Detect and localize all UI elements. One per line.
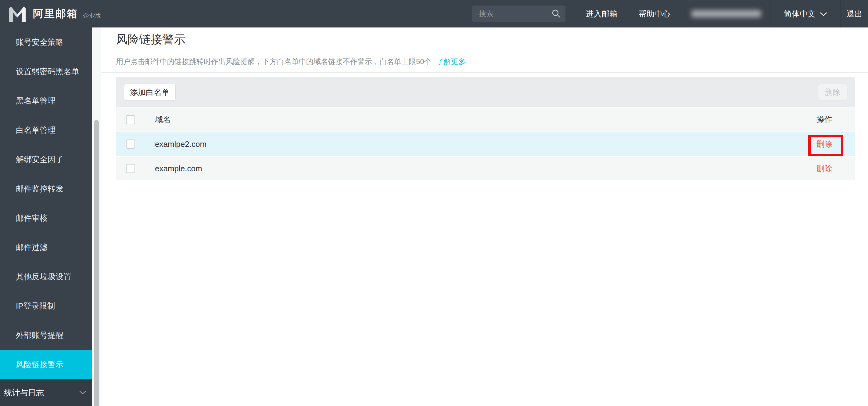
sidebar-item-mail-filter[interactable]: 邮件过滤 xyxy=(0,233,92,262)
domain-cell: examlpe2.com xyxy=(155,140,207,149)
delete-button-disabled[interactable]: 删除 xyxy=(818,84,847,100)
sidebar-item-label: 其他反垃圾设置 xyxy=(16,271,71,282)
sidebar-item-label: 邮件审核 xyxy=(16,213,48,224)
sidebar-item-label: 黑名单管理 xyxy=(16,95,56,106)
menu-enter-mailbox-label: 进入邮箱 xyxy=(586,8,618,19)
alimail-logo-icon xyxy=(8,5,27,22)
sidebar-item-label: IP登录限制 xyxy=(16,301,55,311)
sidebar-item-blacklist-management[interactable]: 黑名单管理 xyxy=(0,86,92,115)
column-header-domain: 域名 xyxy=(155,114,171,125)
sidebar-item-label: 邮件过滤 xyxy=(16,242,48,253)
sidebar-item-weak-password-blacklist[interactable]: 设置弱密码黑名单 xyxy=(0,57,92,86)
brand-logo[interactable]: 阿里邮箱 企业版 xyxy=(8,0,101,27)
delete-link[interactable]: 删除 xyxy=(816,164,832,173)
sidebar-item-label: 账号安全策略 xyxy=(16,37,63,48)
table-header-row: 域名 操作 xyxy=(116,108,855,132)
sidebar-item-risk-link-warning[interactable]: 风险链接警示 xyxy=(0,350,92,379)
menu-help-center[interactable]: 帮助中心 xyxy=(627,0,682,27)
page-description-text: 用户点击邮件中的链接跳转时作出风险提醒，下方白名单中的域名链接不作警示，白名单上… xyxy=(116,57,432,66)
sidebar-scrollbar-thumb[interactable] xyxy=(94,120,99,406)
row-checkbox[interactable] xyxy=(126,164,135,173)
brand-title: 阿里邮箱 xyxy=(33,7,78,21)
domain-cell: example.com xyxy=(155,164,202,173)
whitelist-table: 添加白名单 删除 域名 操作 examlpe2.com 删除 example.c… xyxy=(116,77,855,180)
sidebar-item-ip-login-limit[interactable]: IP登录限制 xyxy=(0,291,92,321)
column-header-action: 操作 xyxy=(810,114,838,125)
sidebar-item-label: 外部账号提醒 xyxy=(16,330,63,341)
menu-logout-label: 退出 xyxy=(847,8,863,19)
sidebar-item-label: 设置弱密码黑名单 xyxy=(16,66,79,77)
main-content: 风险链接警示 用户点击邮件中的链接跳转时作出风险提醒，下方白名单中的域名链接不作… xyxy=(101,27,868,406)
menu-language-label: 简体中文 xyxy=(784,8,815,19)
sidebar-item-mail-review[interactable]: 邮件审核 xyxy=(0,203,92,233)
sidebar-item-account-security-policy[interactable]: 账号安全策略 xyxy=(0,27,92,57)
delete-link[interactable]: 删除 xyxy=(816,140,832,149)
menu-help-center-label: 帮助中心 xyxy=(639,8,670,19)
sidebar-item-external-account-reminder[interactable]: 外部账号提醒 xyxy=(0,321,92,350)
table-toolbar: 添加白名单 删除 xyxy=(116,77,855,107)
page-description: 用户点击邮件中的链接跳转时作出风险提醒，下方白名单中的域名链接不作警示，白名单上… xyxy=(116,57,466,66)
account-email-blurred xyxy=(691,10,761,18)
sidebar-item-label: 白名单管理 xyxy=(16,125,56,136)
learn-more-link[interactable]: 了解更多 xyxy=(436,57,466,66)
sidebar-item-label: 风险链接警示 xyxy=(16,359,63,370)
sidebar-group-label: 统计与日志 xyxy=(4,387,44,398)
sidebar-nav: 账号安全策略 设置弱密码黑名单 黑名单管理 白名单管理 解绑安全因子 邮件监控转… xyxy=(0,27,92,406)
menu-account[interactable] xyxy=(682,0,770,27)
menu-language[interactable]: 简体中文 xyxy=(770,0,841,27)
page-header-section: 风险链接警示 用户点击邮件中的链接跳转时作出风险提醒，下方白名单中的域名链接不作… xyxy=(101,27,868,72)
add-whitelist-button[interactable]: 添加白名单 xyxy=(124,84,176,101)
app-screen: 阿里邮箱 企业版 进入邮箱 帮助中心 简体中文 退出 xyxy=(0,0,868,406)
search-icon[interactable] xyxy=(551,9,561,19)
table-row: examlpe2.com 删除 xyxy=(116,132,855,156)
top-bar: 阿里邮箱 企业版 进入邮箱 帮助中心 简体中文 退出 xyxy=(0,0,868,27)
sidebar-item-unbind-security-factor[interactable]: 解绑安全因子 xyxy=(0,145,92,174)
sidebar-item-label: 邮件监控转发 xyxy=(16,183,63,194)
menu-logout[interactable]: 退出 xyxy=(841,0,868,27)
brand-edition-badge: 企业版 xyxy=(83,11,101,20)
sidebar-group-statistics-logs[interactable]: 统计与日志 xyxy=(0,379,92,406)
sidebar-item-other-antispam[interactable]: 其他反垃圾设置 xyxy=(0,262,92,291)
sidebar-item-mail-monitor-forward[interactable]: 邮件监控转发 xyxy=(0,174,92,203)
menu-enter-mailbox[interactable]: 进入邮箱 xyxy=(576,0,627,27)
page-title: 风险链接警示 xyxy=(116,32,185,47)
table-row: example.com 删除 xyxy=(116,156,855,180)
header-search xyxy=(472,5,565,22)
select-all-checkbox[interactable] xyxy=(126,115,135,124)
chevron-down-icon xyxy=(79,391,86,395)
sidebar-item-whitelist-management[interactable]: 白名单管理 xyxy=(0,115,92,145)
chevron-down-icon xyxy=(820,12,827,17)
sidebar-item-label: 解绑安全因子 xyxy=(16,154,63,165)
row-checkbox[interactable] xyxy=(126,140,135,149)
